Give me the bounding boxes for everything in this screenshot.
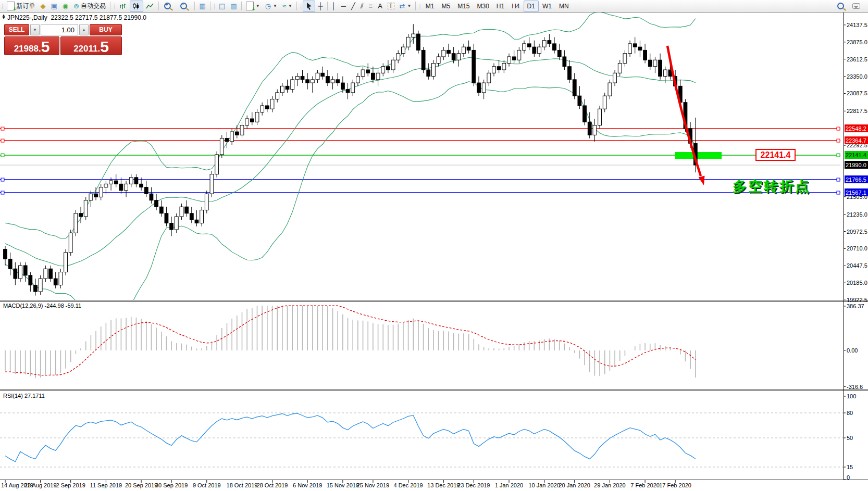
sell-price[interactable]: 21988.5 — [4, 36, 59, 55]
one-click-trading-widget: SELL ▼ 1.00 ▲ BUY 21988.5 22011.5 — [4, 24, 122, 55]
highlight-rectangle[interactable] — [675, 152, 722, 159]
turning-point-note[interactable]: 多空转折点 — [733, 177, 811, 196]
new-order-button[interactable]: + 新订单 — [4, 1, 38, 12]
candles — [4, 24, 698, 295]
volume-increase-button[interactable]: ▲ — [79, 24, 89, 35]
chat-icon — [852, 3, 860, 9]
bollinger-lower — [5, 82, 696, 321]
vertical-line-tool-button[interactable]: │ — [329, 1, 339, 12]
expert-advisor-icon: ◆ — [40, 3, 45, 9]
svg-text:22364.7: 22364.7 — [846, 137, 866, 144]
crosshair-tool-button[interactable]: ┼ — [315, 1, 325, 12]
svg-text:23612.5: 23612.5 — [847, 56, 867, 62]
timeframe-m1[interactable]: M1 — [422, 1, 438, 12]
main-chart[interactable] — [4, 12, 722, 321]
zoom-in-button[interactable]: + — [160, 1, 177, 12]
buy-price[interactable]: 22011.5 — [60, 36, 122, 55]
bar-chart-mode-button[interactable] — [116, 1, 130, 12]
fibonacci-icon: ≡ — [369, 3, 373, 9]
volume-decrease-button[interactable]: ▼ — [30, 24, 40, 35]
svg-text:11 Sep 2019: 11 Sep 2019 — [90, 482, 122, 488]
application-window: ┆ + 新订单 ◆ ▣ ◉ ⊚ 自动交易 ┆ + — [0, 0, 868, 491]
sell-button[interactable]: SELL — [4, 24, 29, 35]
search-button[interactable] — [834, 1, 850, 12]
svg-text:21990.0: 21990.0 — [846, 162, 866, 168]
chevron-down-icon: ▼ — [288, 4, 292, 8]
channel-icon: ⫽ — [361, 3, 364, 9]
expert-advisors-button[interactable]: ◆ — [38, 1, 48, 12]
svg-text:23 Dec 2019: 23 Dec 2019 — [457, 482, 490, 488]
rsi-indicator-label: RSI(14) 27.1711 — [3, 393, 45, 399]
line-chart-mode-button[interactable] — [143, 1, 157, 12]
svg-text:20710.0: 20710.0 — [847, 245, 867, 251]
svg-text:21766.5: 21766.5 — [846, 177, 866, 183]
indicator-icon: ≈ — [282, 3, 286, 9]
svg-text:20185.0: 20185.0 — [847, 280, 867, 286]
cursor-icon — [305, 2, 313, 10]
bar-chart-icon — [119, 3, 127, 10]
chat-button[interactable] — [850, 1, 865, 12]
label-tool-button[interactable]: T — [385, 1, 397, 12]
clock-icon: ◷ — [265, 3, 271, 9]
svg-text:23350.0: 23350.0 — [847, 73, 867, 80]
timeframe-w1[interactable]: W1 — [539, 1, 555, 12]
cursor-tool-button[interactable] — [303, 1, 315, 12]
trendline-tool-button[interactable]: ╱ — [349, 1, 358, 12]
auto-trading-button[interactable]: ⊚ 自动交易 — [71, 1, 108, 12]
svg-text:50: 50 — [847, 435, 853, 441]
time-axis[interactable]: 14 Aug 201923 Aug 20192 Sep 201911 Sep 2… — [1, 480, 691, 488]
svg-text:4 Dec 2019: 4 Dec 2019 — [393, 482, 423, 488]
svg-text:24137.5: 24137.5 — [847, 22, 867, 28]
svg-text:21235.0: 21235.0 — [847, 211, 867, 218]
arrows-icon: ⇄ — [400, 3, 405, 9]
zoom-out-button[interactable]: − — [177, 1, 193, 12]
fibonacci-tool-button[interactable]: ≡ — [366, 1, 376, 12]
svg-text:22548.2: 22548.2 — [846, 125, 866, 132]
svg-text:17 Feb 2020: 17 Feb 2020 — [659, 482, 691, 488]
channel-tool-button[interactable]: ⫽ — [358, 1, 366, 12]
svg-text:15: 15 — [847, 464, 853, 470]
line-chart-icon — [146, 3, 154, 10]
arrows-tool-button[interactable]: ⇄▼ — [397, 1, 414, 12]
timeframe-h1[interactable]: H1 — [493, 1, 508, 12]
macd-panel[interactable] — [5, 306, 696, 378]
svg-text:18 Oct 2019: 18 Oct 2019 — [227, 482, 258, 488]
price-annotation-box[interactable]: 22141.4 — [755, 149, 796, 161]
signal-button[interactable]: ◉ — [60, 1, 71, 12]
indicators-dropdown-button[interactable]: ≈▼ — [280, 1, 295, 12]
price-axis[interactable]: 24137.523875.023612.523350.023087.522817… — [844, 22, 868, 481]
timeframe-m30[interactable]: M30 — [474, 1, 493, 12]
svg-text:28 Oct 2019: 28 Oct 2019 — [257, 482, 288, 488]
candlestick-mode-button[interactable] — [130, 1, 143, 12]
period-dropdown-button[interactable]: ◷▼ — [263, 1, 280, 12]
horizontal-line-tool-button[interactable]: ─ — [339, 1, 349, 12]
svg-text:22817.5: 22817.5 — [847, 108, 867, 114]
rsi-panel[interactable] — [0, 413, 844, 467]
svg-text:23875.0: 23875.0 — [847, 39, 867, 45]
chart-canvas[interactable]: 24137.523875.023612.523350.023087.522817… — [0, 0, 868, 491]
one-click-collapse-icon[interactable]: ▲▾ — [2, 14, 6, 19]
arrange-button[interactable]: ▥ — [228, 1, 239, 12]
timeframe-h4[interactable]: H4 — [508, 1, 523, 12]
text-tool-icon: A — [378, 3, 382, 9]
svg-text:23087.5: 23087.5 — [847, 90, 867, 96]
cascade-button[interactable]: ▤ — [216, 1, 228, 12]
symbol-period-label: JPN225-,Daily — [7, 14, 47, 21]
tile-windows-icon: ▦ — [199, 3, 205, 9]
timeframe-m15[interactable]: M15 — [454, 1, 473, 12]
sell-price-decimal: 5 — [41, 40, 50, 54]
templates-dropdown-button[interactable]: +▼ — [243, 1, 263, 12]
volume-input[interactable]: 1.00 — [41, 24, 78, 35]
svg-text:25 Nov 2019: 25 Nov 2019 — [357, 482, 389, 488]
chevron-down-icon: ▼ — [256, 4, 260, 8]
timeframe-d1[interactable]: D1 — [524, 1, 539, 12]
svg-text:80: 80 — [847, 410, 853, 416]
buy-button[interactable]: BUY — [90, 24, 122, 35]
text-tool-button[interactable]: A — [375, 1, 385, 12]
svg-text:13 Dec 2019: 13 Dec 2019 — [427, 482, 460, 488]
timeframe-m5[interactable]: M5 — [438, 1, 454, 12]
tile-windows-button[interactable]: ▦ — [196, 1, 208, 12]
terminal-button[interactable]: ▣ — [48, 1, 59, 12]
svg-text:23 Aug 2019: 23 Aug 2019 — [24, 482, 57, 488]
timeframe-mn[interactable]: MN — [555, 1, 573, 12]
